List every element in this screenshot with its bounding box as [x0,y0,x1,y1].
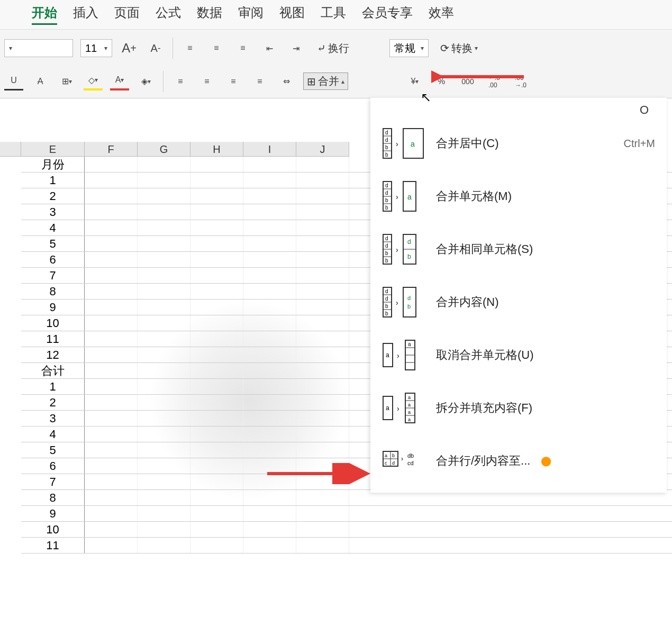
unmerge-item[interactable]: a›a 取消合并单元格(U) [373,329,665,382]
cell[interactable] [138,331,190,347]
cell[interactable] [243,347,296,362]
cell[interactable] [190,506,243,521]
cell[interactable] [243,427,296,442]
cell[interactable] [243,411,296,426]
cell[interactable] [296,363,349,378]
cell[interactable] [138,458,190,474]
cell[interactable] [190,458,243,474]
cell-e[interactable]: 11 [21,331,85,347]
cell[interactable] [190,300,243,315]
font-size-select[interactable]: 11▾ [80,39,112,57]
cell[interactable] [85,506,138,521]
col-f[interactable]: F [85,142,138,156]
cell-e[interactable]: 1 [21,379,85,394]
cell[interactable] [296,347,349,362]
cell[interactable] [85,490,138,505]
cell[interactable] [243,204,296,220]
col-g[interactable]: G [138,142,190,156]
cell[interactable] [85,300,138,315]
cell[interactable] [296,173,349,188]
strikethrough-button[interactable]: A [31,72,50,90]
merge-center-item[interactable]: ddbb›a 合并居中(C) Ctrl+M [373,117,665,170]
cell[interactable] [243,442,296,458]
number-format-select[interactable]: 常规▾ [389,39,429,57]
cell[interactable] [85,347,138,362]
cell[interactable] [190,236,243,251]
fill-color-button[interactable]: ◇ ▾ [84,72,103,90]
align-middle-icon[interactable]: ≡ [207,39,226,57]
cell[interactable] [85,157,138,172]
cell-e[interactable]: 8 [21,284,85,299]
cell[interactable] [296,268,349,283]
cell-e[interactable]: 10 [21,315,85,331]
cell[interactable] [138,284,190,299]
cell[interactable] [85,268,138,283]
cell-e[interactable]: 3 [21,204,85,220]
cell[interactable] [190,522,243,537]
cell[interactable] [296,284,349,299]
cell-e[interactable]: 7 [21,474,85,489]
cell[interactable] [243,522,296,537]
cell[interactable] [243,315,296,331]
cell[interactable] [85,236,138,251]
cell[interactable] [190,331,243,347]
cell[interactable] [138,427,190,442]
cell[interactable] [243,538,296,553]
grid-row[interactable]: 9 [21,506,672,522]
cell[interactable] [85,204,138,220]
cell[interactable] [85,395,138,410]
menu-review[interactable]: 审阅 [238,4,264,25]
cell[interactable] [190,204,243,220]
cell[interactable] [296,506,349,521]
cell[interactable] [296,538,349,553]
cell[interactable] [243,173,296,188]
cell[interactable] [85,331,138,347]
cell-e[interactable]: 1 [21,173,85,188]
cell[interactable] [85,188,138,204]
font-name-select[interactable]: ▾ [4,39,73,57]
cell[interactable] [138,220,190,235]
grid-row[interactable]: 11 [21,538,672,554]
currency-button[interactable]: ¥ ▾ [405,72,424,90]
cell-e[interactable]: 3 [21,411,85,426]
split-fill-item[interactable]: a›aaaa 拆分并填充内容(F) [373,382,665,434]
cell[interactable] [243,300,296,315]
distribute-icon[interactable]: ⇔ [277,72,296,90]
cell[interactable] [138,395,190,410]
merge-content-item[interactable]: ddbb›db 合并内容(N) [373,276,665,329]
cell-e[interactable]: 合计 [21,363,85,378]
cell[interactable] [138,204,190,220]
cell[interactable] [190,395,243,410]
cell[interactable] [138,506,190,521]
cell[interactable] [138,474,190,489]
menu-vip[interactable]: 会员专享 [362,4,413,25]
cell[interactable] [190,379,243,394]
cell[interactable] [85,474,138,489]
cell[interactable] [296,411,349,426]
cell[interactable] [85,427,138,442]
cell-e[interactable]: 2 [21,395,85,410]
cell[interactable] [243,252,296,267]
cell[interactable] [138,490,190,505]
cell-e[interactable]: 12 [21,347,85,362]
align-center-icon[interactable]: ≡ [197,72,216,90]
cell[interactable] [243,188,296,204]
cell[interactable] [296,379,349,394]
cell[interactable] [190,427,243,442]
menu-tools[interactable]: 工具 [321,4,346,25]
align-top-icon[interactable]: ≡ [180,39,199,57]
cell[interactable] [296,188,349,204]
cell[interactable] [138,173,190,188]
cell[interactable] [85,522,138,537]
cell[interactable] [243,220,296,235]
cell[interactable] [138,236,190,251]
cell[interactable] [85,220,138,235]
cell[interactable] [85,252,138,267]
cell[interactable] [243,395,296,410]
cell[interactable] [296,236,349,251]
cell[interactable] [190,347,243,362]
convert-button[interactable]: ⟳ 转换 ▾ [436,39,482,58]
wrap-text-button[interactable]: ⤶ 换行 [313,39,353,58]
cell[interactable] [296,395,349,410]
indent-increase-icon[interactable]: ⇥ [286,39,305,57]
